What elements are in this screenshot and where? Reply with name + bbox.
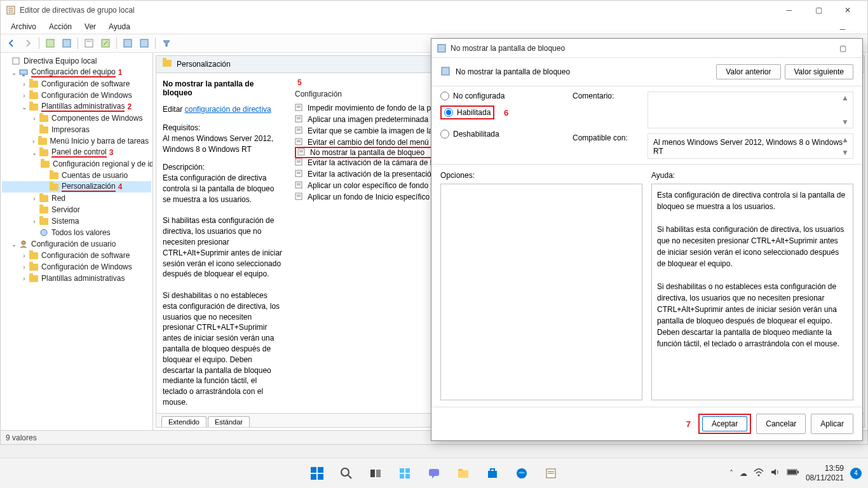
tree-root[interactable]: Directiva Equipo local (24, 57, 97, 65)
radio-enabled[interactable]: Habilitada (444, 108, 491, 117)
svg-point-49 (341, 468, 349, 476)
toolbar-icon[interactable] (121, 36, 135, 50)
notification-badge[interactable]: 4 (850, 468, 862, 479)
tree-user-config[interactable]: Configuración de usuario (31, 240, 116, 248)
maximize-button[interactable]: ▢ (804, 1, 833, 20)
edge-icon[interactable] (509, 461, 534, 486)
svg-rect-47 (311, 474, 316, 480)
folder-icon (29, 250, 39, 261)
tree-item[interactable]: Todos los valores (51, 228, 111, 237)
tree-personalization[interactable]: Personalización (62, 182, 116, 192)
taskbar-clock[interactable]: 13:59 08/11/2021 (806, 464, 844, 482)
prev-setting-button[interactable]: Valor anterior (716, 64, 780, 79)
dialog-maximize-button[interactable]: ▢ (828, 39, 857, 58)
annotation-3: 3 (109, 148, 114, 157)
store-icon[interactable] (480, 461, 505, 486)
system-tray[interactable]: ˄ ☁ (729, 468, 799, 478)
policy-icon (11, 56, 21, 66)
explorer-icon[interactable] (451, 461, 476, 486)
tree-item[interactable]: Servidor (51, 205, 80, 214)
tab-extended[interactable]: Extendido (161, 416, 207, 427)
tab-standard[interactable]: Estándar (208, 416, 250, 427)
svg-rect-52 (376, 470, 381, 477)
svg-rect-54 (405, 468, 410, 473)
toolbar-icon[interactable] (43, 36, 57, 50)
comment-textarea[interactable]: ▲▼ (648, 92, 853, 128)
tree-item[interactable]: Configuración regional y de idioma (53, 159, 153, 168)
apply-button[interactable]: Aplicar (811, 414, 853, 434)
svg-rect-55 (400, 474, 404, 478)
ok-button[interactable]: Aceptar (702, 416, 747, 431)
tree-item[interactable]: Red (51, 194, 65, 203)
radio-not-configured[interactable]: No configurada (440, 92, 567, 100)
battery-icon[interactable] (787, 468, 799, 478)
setting-label: Evitar el cambio del fondo del menú (308, 138, 429, 147)
tree-computer-config[interactable]: Configuración del equipo (31, 67, 116, 78)
svg-point-65 (757, 475, 759, 477)
svg-line-50 (348, 475, 351, 478)
tree-control-panel[interactable]: Panel de control (51, 147, 107, 158)
tree-item[interactable]: Configuración de Windows (41, 262, 132, 271)
chevron-up-icon[interactable]: ˄ (729, 469, 733, 478)
gpedit-taskbar-icon[interactable] (538, 461, 564, 486)
tree-item[interactable]: Plantillas administrativas (41, 274, 125, 283)
tree-item[interactable]: Impresoras (51, 125, 90, 134)
tree-pane[interactable]: Directiva Equipo local ⌄Configuración de… (1, 53, 153, 430)
forward-button[interactable] (21, 36, 35, 50)
setting-icon (295, 138, 304, 147)
menu-help[interactable]: Ayuda (104, 21, 135, 32)
close-button[interactable]: ✕ (833, 1, 862, 20)
tree-item[interactable]: Menú Inicio y barra de tareas (50, 137, 149, 146)
chat-icon[interactable] (421, 461, 447, 486)
folder-icon (29, 273, 39, 283)
annotation-7: 7 (686, 419, 691, 429)
svg-rect-11 (13, 58, 19, 64)
tree-admin-templates[interactable]: Plantillas administrativas (41, 102, 125, 112)
setting-icon (295, 158, 304, 167)
tree-item[interactable]: Componentes de Windows (51, 114, 142, 123)
policy-dialog: No mostrar la pantalla de bloqueo ─ ▢ ✕ … (431, 38, 863, 441)
svg-rect-53 (400, 468, 404, 473)
menu-file[interactable]: Archivo (6, 21, 41, 32)
tree-item[interactable]: Cuentas de usuario (62, 171, 128, 180)
back-button[interactable] (4, 36, 18, 50)
svg-rect-44 (442, 67, 449, 75)
widgets-icon[interactable] (392, 461, 417, 486)
volume-icon[interactable] (770, 468, 780, 478)
setting-icon (297, 148, 306, 157)
setting-icon (295, 126, 304, 135)
toolbar-icon[interactable] (82, 36, 96, 50)
edit-policy-link[interactable]: configuración de directiva (185, 105, 271, 114)
toolbar-icon[interactable] (137, 36, 151, 50)
requirements-text: Al menos Windows Server 2012, Windows 8 … (163, 133, 283, 155)
folder-icon (37, 136, 48, 146)
svg-rect-67 (797, 471, 799, 473)
menu-view[interactable]: Ver (79, 21, 101, 32)
filter-icon[interactable] (159, 36, 173, 50)
user-icon (18, 239, 29, 249)
radio-disabled[interactable]: Deshabilitada (440, 130, 567, 139)
svg-point-14 (41, 229, 47, 236)
svg-rect-4 (46, 39, 54, 47)
svg-rect-12 (20, 70, 27, 74)
next-setting-button[interactable]: Valor siguiente (785, 64, 854, 79)
minimize-button[interactable]: ─ (775, 1, 804, 20)
tree-item[interactable]: Configuración de Windows (41, 91, 132, 100)
toolbar-icon[interactable] (60, 36, 74, 50)
wifi-icon[interactable] (754, 468, 764, 478)
title-bar: Editor de directivas de grupo local ─ ▢ … (1, 1, 867, 20)
setting-icon (295, 181, 304, 190)
start-button[interactable] (304, 461, 330, 486)
folder-icon (49, 182, 59, 192)
search-icon[interactable] (334, 461, 359, 486)
task-view-icon[interactable] (363, 461, 388, 486)
toolbar-icon[interactable] (98, 36, 112, 50)
options-panel (440, 184, 642, 400)
onedrive-icon[interactable]: ☁ (740, 469, 747, 478)
tree-item[interactable]: Sistema (51, 217, 79, 226)
cancel-button[interactable]: Cancelar (756, 414, 806, 434)
dialog-minimize-button[interactable]: ─ (828, 20, 857, 39)
menu-action[interactable]: Acción (44, 21, 77, 32)
tree-item[interactable]: Configuración de software (41, 251, 130, 260)
tree-item[interactable]: Configuración de software (41, 79, 130, 88)
